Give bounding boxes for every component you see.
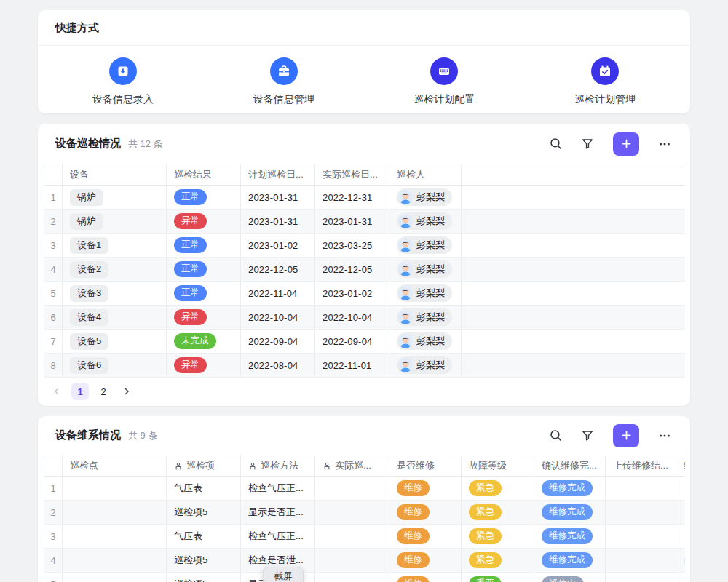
level-pill: 紧急 xyxy=(469,504,502,520)
filter-icon[interactable] xyxy=(579,136,596,152)
shortcut-plan-manage[interactable]: 巡检计划管理 xyxy=(565,57,645,106)
shortcuts-title: 快捷方式 xyxy=(38,10,690,46)
table-row[interactable]: 2 锅炉 异常 2023-01-31 2023-01-31 彭梨梨 xyxy=(44,210,685,234)
repair-pill: 维修 xyxy=(397,552,430,568)
avatar xyxy=(398,238,413,252)
shortcut-device-entry[interactable]: 设备信息录入 xyxy=(83,57,163,106)
level-pill: 紧急 xyxy=(469,480,502,496)
inspector-chip: 彭梨梨 xyxy=(397,236,452,254)
avatar xyxy=(398,310,413,324)
row-number: 6 xyxy=(44,306,63,329)
search-icon[interactable] xyxy=(547,136,563,152)
filter-icon[interactable] xyxy=(579,428,596,444)
page-button-1[interactable]: 1 xyxy=(71,383,89,400)
shortcuts-row: 设备信息录入 设备信息管理 巡检计划配置 巡检计划管理 xyxy=(38,46,690,106)
status-pill: 异常 xyxy=(174,357,207,373)
device-tag: 设备1 xyxy=(70,237,108,254)
item-cell: 巡检项5 xyxy=(167,501,241,524)
row-number: 1 xyxy=(44,477,63,500)
maintenance-header-row: 巡检点 巡检项 巡检方法 实际巡... 是否维修 故障等级 确认维修完... 上… xyxy=(44,455,685,477)
row-number: 5 xyxy=(44,282,63,305)
shortcut-device-manage[interactable]: 设备信息管理 xyxy=(244,57,324,106)
inspector-chip: 彭梨梨 xyxy=(397,260,452,278)
avatar xyxy=(398,286,413,300)
shortcut-label: 设备信息管理 xyxy=(253,93,314,106)
table-row[interactable]: 5 设备3 正常 2022-11-04 2023-01-02 彭梨梨 xyxy=(44,282,685,306)
status-pill: 未完成 xyxy=(174,333,216,349)
column-header-point: 巡检点 xyxy=(70,459,98,472)
column-header-method: 巡检方法 xyxy=(261,459,298,472)
table-row[interactable]: 7 设备5 未完成 2022-09-04 2022-09-04 彭梨梨 xyxy=(44,330,685,354)
search-icon[interactable] xyxy=(547,428,563,444)
device-tag: 设备4 xyxy=(70,309,108,326)
table-row[interactable]: 4 设备2 正常 2022-12-05 2022-12-05 彭梨梨 xyxy=(44,258,685,282)
add-record-button[interactable] xyxy=(613,424,639,447)
avatar xyxy=(398,262,413,276)
inspection-title: 设备巡检情况 xyxy=(55,137,121,151)
screenshot-tooltip: 截屏 xyxy=(263,567,304,582)
table-row[interactable]: 5 巡检项5 显示是否正... 维修 重要 维修中 xyxy=(44,573,685,582)
avatar xyxy=(398,358,413,372)
level-pill: 重要 xyxy=(469,576,502,582)
inspection-card: 设备巡检情况 共 12 条 设备 巡检结果 计划巡检日... 实际巡检日... … xyxy=(38,124,690,406)
planned-date: 2022-09-04 xyxy=(241,330,315,353)
planned-date: 2022-08-04 xyxy=(241,354,315,377)
table-row[interactable]: 3 气压表 检查气压正... 维修 紧急 维修完成 xyxy=(44,525,685,549)
avatar xyxy=(684,553,685,567)
actual-date: 2023-01-31 xyxy=(315,210,389,233)
inspector-chip: 彭梨梨 xyxy=(397,356,452,374)
row-number: 7 xyxy=(44,330,63,353)
inspection-header-row: 设备 巡检结果 计划巡检日... 实际巡检日... 巡检人 xyxy=(44,164,685,186)
lookup-icon xyxy=(174,462,183,471)
lookup-icon xyxy=(248,462,257,471)
device-tag: 锅炉 xyxy=(70,213,103,230)
row-number: 4 xyxy=(44,549,63,572)
inspection-grid: 设备 巡检结果 计划巡检日... 实际巡检日... 巡检人 1 锅炉 正常 20… xyxy=(44,164,685,378)
row-number: 8 xyxy=(44,354,63,377)
shortcut-plan-config[interactable]: 巡检计划配置 xyxy=(404,57,484,106)
actual-date: 2022-12-31 xyxy=(315,186,389,209)
table-row[interactable]: 6 设备4 异常 2022-10-04 2022-10-04 彭梨梨 xyxy=(44,306,685,330)
table-row[interactable]: 8 设备6 异常 2022-08-04 2022-11-01 彭梨梨 xyxy=(44,354,685,378)
add-record-button[interactable] xyxy=(613,132,639,156)
shortcut-label: 设备信息录入 xyxy=(92,93,154,106)
table-row[interactable]: 1 气压表 检查气压正... 维修 紧急 维修完成 xyxy=(44,477,685,501)
status-pill: 正常 xyxy=(174,189,207,205)
inspector-chip: 彭梨梨 xyxy=(397,188,452,206)
status-pill: 正常 xyxy=(174,261,207,277)
device-entry-icon xyxy=(109,57,137,85)
page-button-2[interactable]: 2 xyxy=(95,383,112,400)
more-icon[interactable] xyxy=(657,136,673,152)
briefcase-icon xyxy=(270,57,298,85)
table-row[interactable]: 2 巡检项5 显示是否正... 维修 紧急 维修完成 xyxy=(44,501,685,525)
planned-date: 2023-01-31 xyxy=(241,186,315,209)
row-number: 2 xyxy=(44,210,63,233)
row-number: 1 xyxy=(44,186,63,209)
planned-date: 2022-12-05 xyxy=(241,258,315,281)
maintenance-card: 设备维系情况 共 9 条 巡检点 巡检项 巡检方法 实际巡... 是否维修 故障… xyxy=(38,416,690,582)
column-header-repair: 是否维修 xyxy=(397,459,435,472)
status-pill: 正常 xyxy=(174,237,207,253)
more-icon[interactable] xyxy=(657,428,673,444)
actual-date: 2022-09-04 xyxy=(315,330,389,353)
avatar xyxy=(398,334,413,348)
next-page-button[interactable] xyxy=(118,383,135,400)
table-row[interactable]: 4 巡检项5 检查是否泄... 维修 紧急 维修完成 xyxy=(44,549,685,573)
actual-date: 2023-03-25 xyxy=(315,234,389,257)
level-pill: 紧急 xyxy=(469,552,502,568)
prev-page-button[interactable] xyxy=(48,383,66,400)
repair-pill: 维修 xyxy=(397,528,430,544)
calendar-check-icon xyxy=(591,57,619,85)
confirm-pill: 维修完成 xyxy=(542,528,593,544)
table-row[interactable]: 3 设备1 正常 2023-01-02 2023-03-25 彭梨梨 xyxy=(44,234,685,258)
planned-date: 2022-11-04 xyxy=(241,282,315,305)
device-tag: 锅炉 xyxy=(70,189,103,206)
inspection-count: 共 12 条 xyxy=(128,137,163,151)
table-row[interactable]: 1 锅炉 正常 2023-01-31 2022-12-31 彭梨梨 xyxy=(44,186,685,210)
row-number: 3 xyxy=(44,234,63,257)
row-number: 2 xyxy=(44,501,63,524)
actual-date: 2022-10-04 xyxy=(315,306,389,329)
screenshot-tooltip-label: 截屏 xyxy=(274,570,293,582)
column-header-clipped: 维 xyxy=(684,459,685,472)
column-header-device: 设备 xyxy=(70,168,89,181)
